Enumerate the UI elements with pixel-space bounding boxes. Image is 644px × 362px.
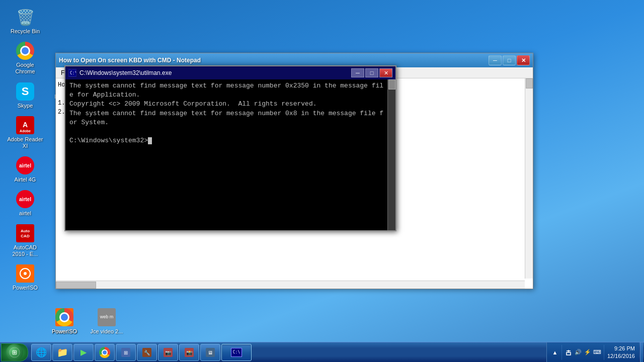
tray-keyboard-icon[interactable]: ⌨: [593, 348, 601, 356]
cmd-minimize-button[interactable]: ─: [351, 68, 364, 77]
webm-icon[interactable]: web m Jce video 2...: [87, 305, 127, 337]
cmd-window: C:\ C:\Windows\system32\utilman.exe ─ □ …: [64, 65, 396, 231]
cmd-line-1: The system cannot find message text for …: [69, 81, 391, 90]
cmd-maximize-button[interactable]: □: [365, 68, 378, 77]
tray-separator2: [604, 345, 604, 360]
cmd-content[interactable]: The system cannot find message text for …: [65, 79, 395, 230]
cmd-line-5: or System.: [69, 118, 391, 127]
taskbar-generic1-button[interactable]: ⊞: [116, 344, 136, 361]
media-icon: ▶: [80, 347, 87, 357]
tray-clock[interactable]: 9:26 PM 12/16/2016: [607, 345, 635, 359]
autocad-icon[interactable]: Auto CAD AutoCAD 2010 - E...: [5, 221, 45, 259]
svg-text:📷: 📷: [165, 349, 172, 356]
cmd-line-2: e for Application.: [69, 90, 391, 100]
svg-rect-7: [16, 224, 34, 242]
chrome-taskbar-icon: [99, 347, 110, 358]
tray-power-icon[interactable]: ⚡: [584, 348, 592, 356]
taskbar-chrome-button[interactable]: [95, 344, 115, 361]
tray-volume-icon[interactable]: 🔊: [574, 348, 582, 356]
poweriso-icon[interactable]: PowerISO: [5, 261, 45, 293]
cmd-line-4: The system cannot find message text for …: [69, 109, 391, 118]
tray-time: 9:26 PM: [607, 345, 635, 352]
taskbar-cmd-button[interactable]: C:\: [221, 344, 252, 361]
desktop-icons-col1: 🗑️ Recycle Bin Google Chrome S Skype A: [0, 0, 50, 332]
notepad-title: How to Open On screen KBD with CMD - Not…: [59, 57, 201, 64]
svg-text:airtel: airtel: [19, 197, 31, 202]
cmd-window-controls: ─ □ ✕: [351, 68, 392, 77]
taskbar-generic2-button[interactable]: 🔧: [137, 344, 157, 361]
svg-text:🔧: 🔧: [144, 349, 150, 356]
svg-text:web m: web m: [100, 314, 114, 319]
taskbar: ⊞ 🌐 📁 ▶ ⊞: [0, 342, 644, 362]
notepad-close-button[interactable]: ✕: [517, 55, 530, 65]
adobe-reader-icon[interactable]: A Adobe Adobe Reader XI: [5, 113, 45, 151]
cmd-title-left: C:\ C:\Windows\system32\utilman.exe: [68, 69, 172, 77]
taskbar-ie-button[interactable]: 🌐: [31, 344, 51, 361]
tray-date: 12/16/2016: [607, 352, 635, 359]
system-tray: ▲ 🔊 ⚡ ⌨ 9:26: [546, 342, 639, 362]
notepad-maximize-button[interactable]: □: [503, 55, 516, 65]
cmd-taskbar-icon: C:\: [231, 348, 242, 357]
tray-expand-icon[interactable]: ▲: [551, 348, 559, 356]
cmd-prompt: C:\Windows\system32>: [69, 136, 391, 145]
svg-text:C:\: C:\: [70, 71, 76, 75]
cmd-close-button[interactable]: ✕: [379, 68, 392, 77]
tray-icons: ▲ 🔊 ⚡ ⌨: [551, 345, 605, 360]
svg-text:⊞: ⊞: [12, 349, 17, 356]
notepad-hscroll-thumb[interactable]: [56, 282, 96, 289]
cmd-titlebar[interactable]: C:\ C:\Windows\system32\utilman.exe ─ □ …: [65, 66, 395, 79]
svg-text:📸: 📸: [186, 349, 193, 356]
skype-icon[interactable]: S Skype: [5, 79, 45, 111]
airtel2-icon[interactable]: airtel airtel: [5, 187, 45, 219]
svg-text:Adobe: Adobe: [20, 129, 31, 133]
svg-text:🖥: 🖥: [208, 350, 213, 355]
cmd-scroll-thumb[interactable]: [388, 79, 395, 89]
svg-text:CAD: CAD: [21, 234, 30, 238]
folder-icon: 📁: [57, 347, 68, 358]
tray-network-icon[interactable]: [565, 348, 573, 356]
svg-text:airtel: airtel: [19, 163, 31, 168]
airtel-4g-icon[interactable]: airtel Airtel 4G: [5, 153, 45, 185]
ie-icon: 🌐: [36, 347, 47, 358]
notepad-hscrollbar[interactable]: [56, 281, 525, 289]
notepad-scroll-thumb[interactable]: [526, 78, 533, 88]
svg-text:Auto: Auto: [21, 229, 30, 233]
cmd-line-6: [69, 127, 391, 136]
tray-separator: [561, 345, 562, 360]
google-chrome-icon[interactable]: Google Chrome: [5, 39, 45, 77]
notepad-minimize-button[interactable]: ─: [489, 55, 502, 65]
svg-text:⊞: ⊞: [124, 350, 128, 355]
svg-rect-43: [567, 352, 571, 355]
cmd-title-text: C:\Windows\system32\utilman.exe: [79, 69, 172, 76]
cmd-scrollbar[interactable]: [387, 79, 395, 230]
chrome-bottom-icon[interactable]: PowerISO: [44, 305, 85, 337]
cmd-line-3: Copyright <c> 2009 Microsoft Corporation…: [69, 100, 391, 109]
taskbar-generic4-button[interactable]: 📸: [179, 344, 199, 361]
recycle-bin-icon[interactable]: 🗑️ Recycle Bin: [5, 5, 45, 37]
svg-point-12: [24, 272, 27, 275]
taskbar-media-button[interactable]: ▶: [73, 344, 94, 361]
cmd-window-icon: C:\: [68, 69, 76, 77]
svg-text:A: A: [23, 121, 28, 129]
notepad-window-controls: ─ □ ✕: [489, 55, 530, 65]
notepad-scrollbar[interactable]: [525, 78, 533, 279]
taskbar-network-button[interactable]: 🖥: [200, 344, 220, 361]
bottom-desktop-area: PowerISO web m Jce video 2...: [44, 305, 127, 337]
show-desktop-button[interactable]: [640, 342, 643, 362]
start-button[interactable]: ⊞: [1, 343, 28, 361]
taskbar-folder-button[interactable]: 📁: [52, 344, 72, 361]
taskbar-generic3-button[interactable]: 📷: [158, 344, 178, 361]
start-orb: ⊞: [6, 344, 23, 361]
